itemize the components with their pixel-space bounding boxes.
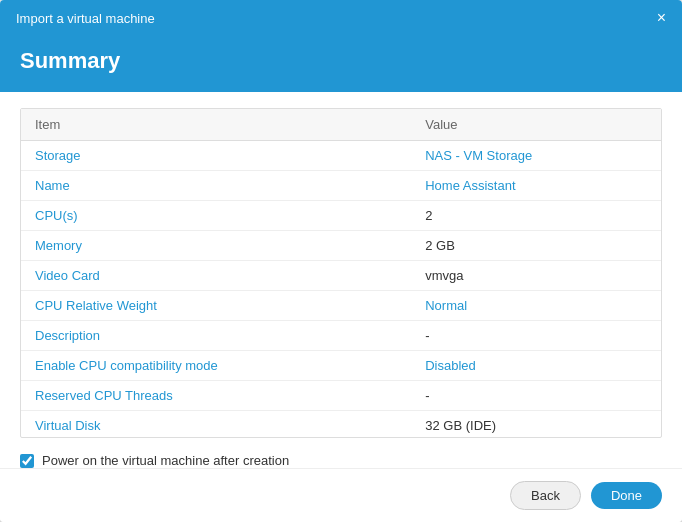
table-row: CPU Relative WeightNormal xyxy=(21,291,661,321)
table-cell-item: Description xyxy=(21,321,411,351)
summary-table-container: Item Value StorageNAS - VM StorageNameHo… xyxy=(20,108,662,438)
table-row: Description- xyxy=(21,321,661,351)
table-cell-value: - xyxy=(411,321,661,351)
table-cell-value: - xyxy=(411,381,661,411)
table-cell-value: 2 xyxy=(411,201,661,231)
table-cell-value: vmvga xyxy=(411,261,661,291)
done-button[interactable]: Done xyxy=(591,482,662,509)
table-row: Memory2 GB xyxy=(21,231,661,261)
table-cell-value: 32 GB (IDE) xyxy=(411,411,661,439)
table-row: CPU(s)2 xyxy=(21,201,661,231)
modal-body-header: Summary xyxy=(0,36,682,92)
table-cell-value: Disabled xyxy=(411,351,661,381)
page-title: Summary xyxy=(20,48,662,74)
power-on-label[interactable]: Power on the virtual machine after creat… xyxy=(42,453,289,468)
table-row: NameHome Assistant xyxy=(21,171,661,201)
table-row: Video Cardvmvga xyxy=(21,261,661,291)
table-cell-item: Virtual Disk xyxy=(21,411,411,439)
modal-content: Item Value StorageNAS - VM StorageNameHo… xyxy=(0,92,682,441)
table-row: StorageNAS - VM Storage xyxy=(21,141,661,171)
col-value-header: Value xyxy=(411,109,661,141)
table-cell-value: Normal xyxy=(411,291,661,321)
modal-header: Import a virtual machine × xyxy=(0,0,682,36)
import-vm-modal: Import a virtual machine × Summary Item … xyxy=(0,0,682,522)
col-item-header: Item xyxy=(21,109,411,141)
close-button[interactable]: × xyxy=(657,10,666,26)
modal-footer: Back Done xyxy=(0,468,682,522)
table-cell-item: Video Card xyxy=(21,261,411,291)
summary-table: Item Value StorageNAS - VM StorageNameHo… xyxy=(21,109,661,438)
table-row: Enable CPU compatibility modeDisabled xyxy=(21,351,661,381)
back-button[interactable]: Back xyxy=(510,481,581,510)
modal-header-title: Import a virtual machine xyxy=(16,11,155,26)
table-cell-item: Storage xyxy=(21,141,411,171)
table-row: Virtual Disk32 GB (IDE) xyxy=(21,411,661,439)
table-cell-item: CPU(s) xyxy=(21,201,411,231)
table-cell-value: NAS - VM Storage xyxy=(411,141,661,171)
checkbox-row: Power on the virtual machine after creat… xyxy=(0,441,682,468)
table-cell-item: Reserved CPU Threads xyxy=(21,381,411,411)
table-cell-item: Enable CPU compatibility mode xyxy=(21,351,411,381)
power-on-checkbox[interactable] xyxy=(20,454,34,468)
table-cell-value: Home Assistant xyxy=(411,171,661,201)
table-cell-item: Memory xyxy=(21,231,411,261)
table-row: Reserved CPU Threads- xyxy=(21,381,661,411)
table-cell-value: 2 GB xyxy=(411,231,661,261)
table-cell-item: CPU Relative Weight xyxy=(21,291,411,321)
table-cell-item: Name xyxy=(21,171,411,201)
